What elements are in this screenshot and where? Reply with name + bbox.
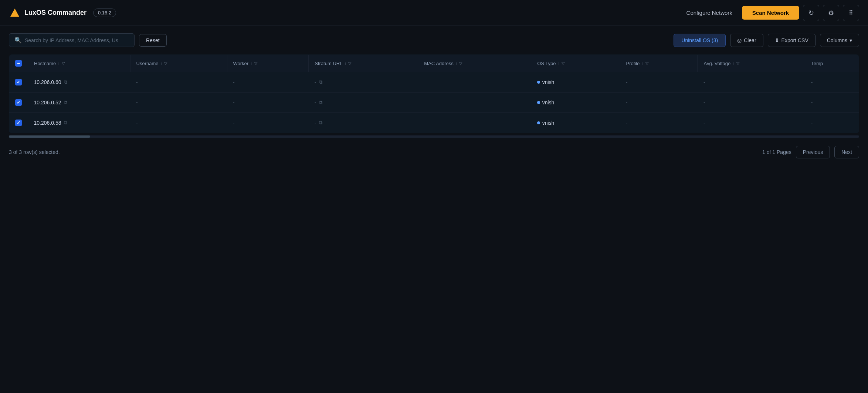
username-value: - bbox=[136, 120, 138, 126]
os-indicator bbox=[537, 121, 540, 124]
scan-network-button[interactable]: Scan Network bbox=[742, 6, 799, 20]
col-username: Username ↑ ▽ bbox=[130, 55, 227, 72]
profile-filter-icon[interactable]: ▽ bbox=[645, 61, 648, 66]
username-value: - bbox=[136, 79, 138, 85]
worker-value: - bbox=[233, 100, 235, 105]
stratum-sort-icon[interactable]: ↑ bbox=[344, 61, 346, 66]
hostname-sort-icon[interactable]: ↑ bbox=[58, 61, 60, 66]
clear-button[interactable]: ◎ Clear bbox=[730, 34, 763, 47]
col-mac-address: MAC Address ↑ ▽ bbox=[418, 55, 531, 72]
avg-voltage-cell: - bbox=[698, 93, 805, 113]
username-cell: - bbox=[130, 72, 227, 93]
temp-cell: - bbox=[805, 113, 859, 133]
export-csv-button[interactable]: ⬇ Export CSV bbox=[768, 34, 816, 47]
header-row: Hostname ↑ ▽ Username ↑ ▽ Worker ↑ bbox=[9, 55, 859, 72]
reset-button[interactable]: Reset bbox=[139, 34, 167, 47]
header-actions: Configure Network Scan Network ↻ ⚙ ⠿ bbox=[681, 5, 859, 21]
hostname-cell: 10.206.0.52 ⧉ bbox=[28, 93, 130, 113]
select-all-checkbox[interactable] bbox=[15, 60, 22, 67]
export-icon: ⬇ bbox=[775, 37, 779, 43]
search-input[interactable] bbox=[25, 37, 129, 43]
search-box: 🔍 bbox=[9, 33, 135, 47]
row-checkbox-2[interactable] bbox=[15, 120, 22, 126]
uninstall-os-button[interactable]: Uninstall OS (3) bbox=[674, 34, 726, 47]
avg-voltage-cell: - bbox=[698, 72, 805, 93]
avg-voltage-value: - bbox=[703, 120, 705, 126]
worker-sort-icon[interactable]: ↑ bbox=[250, 61, 252, 66]
select-all-cell bbox=[9, 55, 28, 72]
previous-button[interactable]: Previous bbox=[796, 146, 830, 158]
col-hostname: Hostname ↑ ▽ bbox=[28, 55, 130, 72]
mac-filter-icon[interactable]: ▽ bbox=[459, 61, 462, 66]
refresh-icon: ↻ bbox=[808, 9, 814, 17]
search-icon: 🔍 bbox=[14, 37, 22, 44]
profile-sort-icon[interactable]: ↑ bbox=[641, 61, 644, 66]
username-cell: - bbox=[130, 93, 227, 113]
hostname-value: 10.206.0.58 bbox=[34, 120, 61, 126]
clear-label: Clear bbox=[744, 37, 756, 43]
os-indicator bbox=[537, 81, 540, 84]
configure-network-button[interactable]: Configure Network bbox=[681, 7, 738, 19]
worker-cell: - bbox=[227, 93, 309, 113]
temp-cell: - bbox=[805, 72, 859, 93]
scroll-track[interactable] bbox=[9, 135, 859, 138]
temp-label: Temp bbox=[811, 61, 823, 66]
voltage-filter-icon[interactable]: ▽ bbox=[736, 61, 739, 66]
hostname-filter-icon[interactable]: ▽ bbox=[62, 61, 65, 66]
copy-hostname-icon[interactable]: ⧉ bbox=[64, 100, 67, 105]
app-header: LuxOS Commander 0.16.2 Configure Network… bbox=[0, 0, 868, 26]
apps-icon: ⠿ bbox=[849, 9, 854, 16]
data-table: Hostname ↑ ▽ Username ↑ ▽ Worker ↑ bbox=[9, 54, 859, 133]
copy-stratum-icon[interactable]: ⧉ bbox=[319, 79, 322, 85]
os-sort-icon[interactable]: ↑ bbox=[558, 61, 560, 66]
table-row: 10.206.0.58 ⧉ - - - ⧉ vnish - - bbox=[9, 113, 859, 133]
row-checkbox-0[interactable] bbox=[15, 79, 22, 85]
os-type-cell: vnish bbox=[531, 72, 620, 93]
scrollbar-area bbox=[0, 133, 868, 140]
clear-icon: ◎ bbox=[737, 37, 742, 43]
table-row: 10.206.0.60 ⧉ - - - ⧉ vnish - - bbox=[9, 72, 859, 93]
apps-button[interactable]: ⠿ bbox=[843, 5, 859, 21]
worker-filter-icon[interactable]: ▽ bbox=[254, 61, 257, 66]
avg-voltage-label: Avg. Voltage bbox=[703, 61, 730, 66]
mac-address-cell bbox=[418, 72, 531, 93]
worker-cell: - bbox=[227, 113, 309, 133]
scroll-thumb[interactable] bbox=[9, 135, 90, 138]
row-checkbox-cell bbox=[9, 93, 28, 113]
col-temp: Temp bbox=[805, 55, 859, 72]
table-footer: 3 of 3 row(s) selected. 1 of 1 Pages Pre… bbox=[0, 140, 868, 164]
avg-voltage-value: - bbox=[703, 100, 705, 105]
mac-sort-icon[interactable]: ↑ bbox=[455, 61, 458, 66]
username-filter-icon[interactable]: ▽ bbox=[164, 61, 167, 66]
os-type-value: vnish bbox=[542, 79, 555, 85]
copy-stratum-icon[interactable]: ⧉ bbox=[319, 100, 322, 105]
columns-label: Columns bbox=[827, 37, 847, 43]
col-avg-voltage: Avg. Voltage ↑ ▽ bbox=[698, 55, 805, 72]
os-filter-icon[interactable]: ▽ bbox=[562, 61, 564, 66]
table-row: 10.206.0.52 ⧉ - - - ⧉ vnish - - bbox=[9, 93, 859, 113]
hostname-cell: 10.206.0.58 ⧉ bbox=[28, 113, 130, 133]
col-profile: Profile ↑ ▽ bbox=[620, 55, 698, 72]
col-stratum-url: Stratum URL ↑ ▽ bbox=[309, 55, 418, 72]
os-type-label: OS Type bbox=[537, 61, 556, 66]
refresh-button[interactable]: ↻ bbox=[803, 5, 819, 21]
next-button[interactable]: Next bbox=[834, 146, 859, 158]
columns-button[interactable]: Columns ▾ bbox=[820, 34, 859, 47]
temp-value: - bbox=[811, 100, 813, 105]
row-checkbox-1[interactable] bbox=[15, 99, 22, 106]
mac-address-label: MAC Address bbox=[424, 61, 453, 66]
table-body: 10.206.0.60 ⧉ - - - ⧉ vnish - - bbox=[9, 72, 859, 133]
copy-stratum-icon[interactable]: ⧉ bbox=[319, 120, 322, 126]
settings-button[interactable]: ⚙ bbox=[823, 5, 839, 21]
username-sort-icon[interactable]: ↑ bbox=[160, 61, 163, 66]
profile-value: - bbox=[626, 100, 628, 105]
os-type-value: vnish bbox=[542, 100, 555, 105]
app-title: LuxOS Commander bbox=[24, 9, 87, 17]
copy-hostname-icon[interactable]: ⧉ bbox=[64, 79, 67, 85]
stratum-filter-icon[interactable]: ▽ bbox=[348, 61, 351, 66]
gear-icon: ⚙ bbox=[828, 9, 834, 17]
hostname-value: 10.206.0.60 bbox=[34, 79, 61, 85]
profile-label: Profile bbox=[626, 61, 640, 66]
voltage-sort-icon[interactable]: ↑ bbox=[732, 61, 735, 66]
copy-hostname-icon[interactable]: ⧉ bbox=[64, 120, 67, 126]
